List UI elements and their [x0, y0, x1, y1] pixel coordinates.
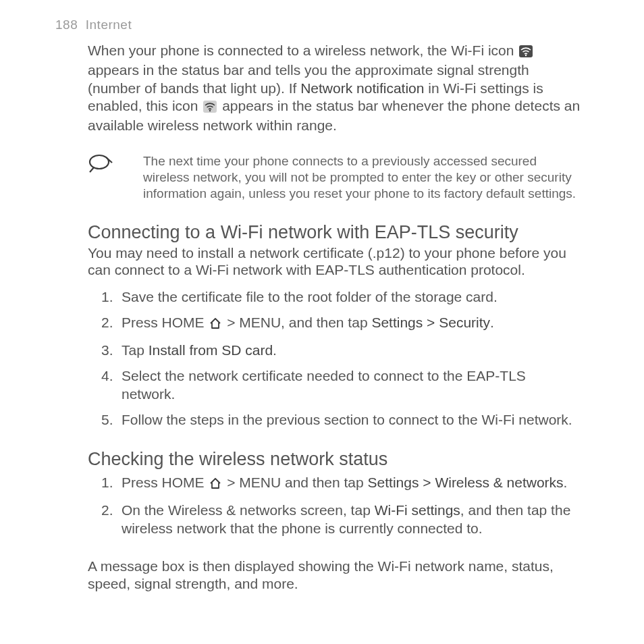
step2-t1: Press HOME — [122, 315, 208, 330]
note-block: The next time your phone connects to a p… — [88, 153, 583, 201]
home-icon — [209, 316, 221, 333]
svg-point-1 — [525, 55, 527, 56]
chapter-title: Internet — [86, 18, 132, 32]
section-heading-check-status: Checking the wireless network status — [88, 449, 583, 470]
tip-icon — [88, 164, 113, 176]
step-1: Save the certificate file to the root fo… — [122, 286, 583, 311]
home-icon — [209, 476, 221, 493]
network-notification-label: Network notification — [300, 80, 424, 96]
steps-list-1: Save the certificate file to the root fo… — [88, 286, 583, 435]
settings-wireless-label: Settings > Wireless & networks — [368, 475, 564, 490]
svg-point-3 — [209, 110, 211, 111]
note-text: The next time your phone connects to a p… — [143, 153, 583, 201]
status-step-1: Press HOME > MENU and then tap Settings … — [122, 471, 583, 499]
step-2: Press HOME > MENU, and then tap Settings… — [122, 311, 583, 339]
wifi-available-icon — [203, 99, 217, 117]
step-3: Tap Install from SD card. — [122, 339, 583, 365]
sstep1-t4: . — [564, 475, 568, 490]
step-4: Select the network certificate needed to… — [122, 365, 583, 408]
step3-t1: Tap — [122, 342, 149, 358]
page-body: When your phone is connected to a wirele… — [55, 42, 583, 593]
status-step-2: On the Wireless & networks screen, tap W… — [122, 499, 583, 543]
section1-sub: You may need to install a network certif… — [88, 244, 583, 279]
steps-list-2: Press HOME > MENU and then tap Settings … — [88, 471, 583, 543]
settings-security-label: Settings > Security — [371, 315, 490, 330]
sstep1-t2: > MENU and then tap — [223, 475, 367, 490]
intro-paragraph: When your phone is connected to a wirele… — [88, 42, 583, 134]
sstep2-t1: On the Wireless & networks screen, tap — [122, 502, 375, 518]
step-5: Follow the steps in the previous section… — [122, 408, 583, 434]
section-heading-eap-tls: Connecting to a Wi-Fi network with EAP-T… — [88, 222, 583, 243]
page-header: 188 Internet — [55, 18, 583, 32]
note-icon-column — [88, 153, 143, 201]
step2-t4: . — [490, 315, 494, 330]
intro-text-1: When your phone is connected to a wirele… — [88, 43, 518, 58]
step2-t2: > MENU, and then tap — [223, 315, 371, 330]
page: 188 Internet When your phone is connecte… — [0, 0, 644, 593]
wifi-settings-label: Wi-Fi settings — [375, 502, 460, 518]
wifi-icon — [519, 44, 533, 61]
sstep1-t1: Press HOME — [122, 475, 208, 490]
svg-point-4 — [90, 155, 109, 169]
page-number: 188 — [55, 18, 78, 32]
section2-outro: A message box is then displayed showing … — [88, 558, 583, 593]
step3-t3: . — [273, 342, 277, 358]
install-sd-label: Install from SD card — [149, 342, 273, 358]
